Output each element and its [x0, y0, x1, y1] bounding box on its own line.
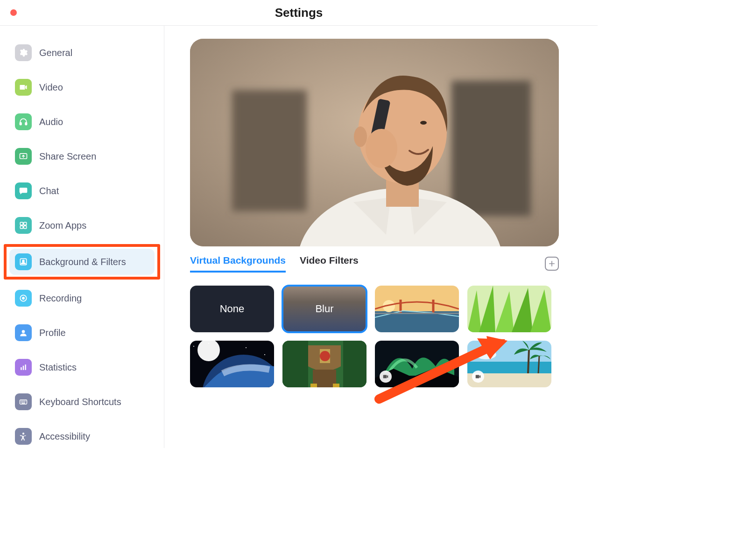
svg-rect-3 — [20, 222, 23, 225]
svg-rect-12 — [21, 367, 22, 370]
apps-icon — [15, 217, 32, 234]
gear-icon — [15, 44, 32, 61]
sidebar-item-profile[interactable]: Profile — [9, 320, 155, 346]
sidebar-item-background-filters[interactable]: Background & Filters — [9, 249, 155, 275]
background-option-golden-gate[interactable] — [375, 286, 459, 332]
svg-point-8 — [22, 260, 24, 262]
add-background-button[interactable] — [545, 257, 559, 271]
tabs-row: Virtual Backgrounds Video Filters — [190, 255, 559, 273]
chat-icon — [15, 182, 32, 199]
svg-rect-1 — [25, 123, 27, 125]
svg-point-38 — [264, 354, 265, 355]
sidebar-item-label: Background & Filters — [39, 257, 126, 267]
profile-icon — [15, 324, 32, 341]
background-icon — [15, 253, 32, 270]
video-preview — [190, 39, 559, 246]
sidebar-item-label: Zoom Apps — [39, 220, 86, 231]
svg-point-23 — [354, 126, 367, 147]
svg-rect-19 — [451, 81, 531, 216]
share-screen-icon — [15, 148, 32, 165]
keyboard-icon — [15, 393, 32, 410]
background-option-earth[interactable] — [190, 341, 274, 387]
svg-point-16 — [22, 433, 24, 434]
window-title: Settings — [0, 6, 598, 20]
svg-rect-4 — [24, 222, 27, 225]
background-option-northern-lights[interactable] — [375, 341, 459, 387]
sidebar-item-label: Audio — [39, 117, 63, 127]
sidebar-item-statistics[interactable]: Statistics — [9, 354, 155, 380]
svg-point-35 — [193, 346, 194, 347]
sidebar-item-accessibility[interactable]: Accessibility — [9, 423, 155, 448]
sidebar-item-zoom-apps[interactable]: Zoom Apps — [9, 212, 155, 238]
svg-rect-14 — [25, 364, 26, 370]
sidebar-item-label: Chat — [39, 186, 59, 196]
svg-point-45 — [320, 351, 330, 361]
tab-virtual-backgrounds[interactable]: Virtual Backgrounds — [190, 255, 286, 273]
svg-rect-5 — [20, 226, 23, 229]
svg-point-53 — [476, 350, 496, 359]
main: General Video Audio Share Screen Chat — [0, 26, 598, 448]
svg-rect-13 — [23, 366, 24, 370]
sidebar-item-label: Share Screen — [39, 151, 96, 162]
background-grid: None Blur — [190, 286, 573, 387]
background-option-blur[interactable]: Blur — [282, 286, 366, 332]
sidebar-item-label: Profile — [39, 328, 66, 338]
stats-icon — [15, 359, 32, 376]
background-label: None — [220, 303, 245, 315]
tab-video-filters[interactable]: Video Filters — [300, 255, 359, 273]
svg-rect-0 — [20, 123, 21, 125]
background-option-beach[interactable] — [467, 341, 551, 387]
sidebar-item-chat[interactable]: Chat — [9, 178, 155, 204]
titlebar: Settings — [0, 0, 598, 26]
sidebar-item-label: Video — [39, 82, 63, 93]
background-label: Blur — [315, 303, 333, 315]
svg-rect-18 — [232, 90, 307, 211]
content-pane: Virtual Backgrounds Video Filters None B… — [164, 26, 598, 448]
svg-rect-43 — [343, 341, 366, 387]
svg-rect-48 — [333, 384, 339, 387]
video-indicator-icon — [472, 371, 484, 383]
background-option-grass[interactable] — [467, 286, 551, 332]
accessibility-icon — [15, 428, 32, 445]
sidebar-item-label: Statistics — [39, 362, 77, 373]
sidebar-item-label: Accessibility — [39, 431, 90, 442]
svg-point-37 — [246, 347, 247, 348]
headphones-icon — [15, 113, 32, 130]
svg-point-25 — [366, 129, 397, 168]
sidebar-item-recording[interactable]: Recording — [9, 285, 155, 311]
video-indicator-icon — [380, 371, 392, 383]
sidebar-item-general[interactable]: General — [9, 40, 155, 66]
sidebar: General Video Audio Share Screen Chat — [0, 26, 164, 448]
svg-rect-42 — [282, 341, 308, 387]
svg-rect-32 — [375, 313, 459, 314]
svg-point-10 — [22, 297, 25, 300]
record-icon — [15, 290, 32, 307]
sidebar-item-label: Keyboard Shortcuts — [39, 397, 121, 407]
sidebar-item-video[interactable]: Video — [9, 74, 155, 100]
tabs: Virtual Backgrounds Video Filters — [190, 255, 359, 273]
sidebar-item-label: Recording — [39, 293, 82, 304]
sidebar-item-share-screen[interactable]: Share Screen — [9, 143, 155, 169]
background-option-jurassic[interactable] — [282, 341, 366, 387]
sidebar-item-keyboard-shortcuts[interactable]: Keyboard Shortcuts — [9, 389, 155, 415]
svg-rect-6 — [24, 226, 27, 229]
svg-rect-47 — [310, 384, 317, 387]
sidebar-item-audio[interactable]: Audio — [9, 109, 155, 135]
svg-point-26 — [420, 121, 427, 125]
video-icon — [15, 79, 32, 96]
sidebar-item-label: General — [39, 48, 72, 58]
close-window-button[interactable] — [10, 9, 17, 16]
background-option-none[interactable]: None — [190, 286, 274, 332]
svg-point-11 — [22, 330, 25, 333]
annotation-highlight-box: Background & Filters — [4, 244, 160, 280]
